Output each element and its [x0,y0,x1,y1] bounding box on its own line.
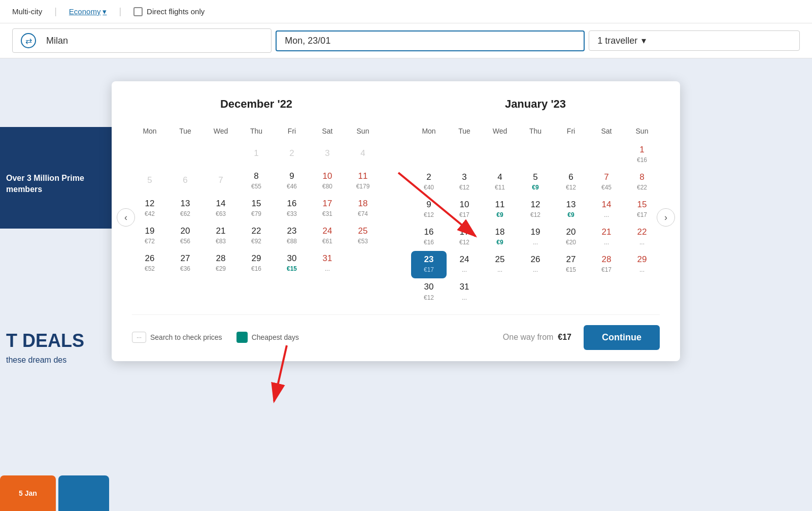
jan-day-19[interactable]: 19... [518,223,553,251]
economy-chevron: ▾ [103,7,107,16]
december-title: December '22 [132,98,381,111]
blue-badge[interactable] [58,475,109,511]
jan-empty-end [553,278,589,306]
dec-header-fri: Fri [274,123,310,141]
jan-day-7[interactable]: 7€45 [589,169,624,196]
origin-field[interactable]: ⇄ Milan [12,28,272,53]
jan-empty [411,141,447,169]
jan-day-6[interactable]: 6€12 [553,169,589,196]
dec-day-26[interactable]: 26€52 [132,250,167,277]
direct-flights-checkbox[interactable] [133,7,143,16]
dec-empty [167,141,203,168]
jan-day-2[interactable]: 2€40 [411,169,447,196]
dec-day-9[interactable]: 9€46 [274,168,310,195]
january-calendar: January '23 Mon Tue Wed Thu Fri Sat Sun … [411,98,660,306]
jan-badge[interactable]: 5 Jan [0,475,56,511]
jan-day-17[interactable]: 17€12 [447,223,482,251]
date-value: Mon, 23/01 [285,36,330,46]
direct-flights-option[interactable]: Direct flights only [133,7,205,16]
search-check-legend: ··· Search to check prices [132,332,222,343]
jan-day-3[interactable]: 3€12 [447,169,482,196]
dec-header-tue: Tue [167,123,203,141]
jan-day-16[interactable]: 16€16 [411,223,447,251]
traveller-chevron: ▾ [641,35,646,46]
january-grid: Mon Tue Wed Thu Fri Sat Sun 1€16 2€40 3€… [411,123,660,306]
dec-day-19[interactable]: 19€72 [132,222,167,250]
jan-day-15[interactable]: 15€17 [624,196,660,223]
jan-day-9[interactable]: 9€12 [411,196,447,223]
jan-day-13[interactable]: 13€9 [553,196,589,223]
jan-day-31[interactable]: 31... [447,278,482,306]
dec-day-30[interactable]: 30€15 [274,250,310,277]
dec-day-27[interactable]: 27€36 [167,250,203,277]
date-field[interactable]: Mon, 23/01 [276,30,585,51]
search-check-label: Search to check prices [150,333,222,341]
dec-header-sun: Sun [345,123,381,141]
jan-day-28[interactable]: 28€17 [589,251,624,278]
dec-day-22[interactable]: 22€92 [239,222,274,250]
dec-day-29[interactable]: 29€16 [239,250,274,277]
jan-day-20[interactable]: 20€20 [553,223,589,251]
jan-day-5[interactable]: 5€9 [518,169,553,196]
dec-empty [203,141,239,168]
next-month-button[interactable]: › [657,208,675,227]
jan-empty [482,141,518,169]
calendar-overlay: ‹ › December '22 Mon Tue Wed Thu Fri Sat… [112,81,680,361]
dec-header-wed: Wed [203,123,239,141]
jan-day-21[interactable]: 21... [589,223,624,251]
jan-day-26[interactable]: 26... [518,251,553,278]
jan-empty [447,141,482,169]
traveller-field[interactable]: 1 traveller ▾ [589,30,800,51]
dec-day-23[interactable]: 23€88 [274,222,310,250]
direct-flights-label: Direct flights only [147,7,205,16]
dec-day-1: 1 [239,141,274,168]
dec-day-10[interactable]: 10€80 [310,168,345,195]
dec-day-11[interactable]: 11€179 [345,168,381,195]
dec-header-sat: Sat [310,123,345,141]
cheapest-label: Cheapest days [252,333,299,341]
january-title: January '23 [411,98,660,111]
economy-dropdown[interactable]: Economy ▾ [69,7,107,16]
jan-day-22[interactable]: 22... [624,223,660,251]
dec-day-25[interactable]: 25€53 [345,222,381,250]
dec-day-7: 7 [203,168,239,195]
dec-empty [132,141,167,168]
jan-day-24[interactable]: 24... [447,251,482,278]
deals-sub: these dream des [0,356,112,365]
jan-day-4[interactable]: 4€11 [482,169,518,196]
dec-day-24[interactable]: 24€61 [310,222,345,250]
dec-day-31[interactable]: 31... [310,250,345,277]
one-way-price-text: One way from €17 [503,333,571,342]
jan-day-14[interactable]: 14... [589,196,624,223]
jan-day-27[interactable]: 27€15 [553,251,589,278]
jan-day-8[interactable]: 8€22 [624,169,660,196]
jan-day-23[interactable]: 23€17 [411,251,447,278]
dec-day-17[interactable]: 17€31 [310,195,345,222]
dec-day-16[interactable]: 16€33 [274,195,310,222]
legend-items: ··· Search to check prices Cheapest days [132,332,299,343]
dec-day-13[interactable]: 13€62 [167,195,203,222]
jan-day-25[interactable]: 25... [482,251,518,278]
jan-day-12[interactable]: 12€12 [518,196,553,223]
jan-day-11[interactable]: 11€9 [482,196,518,223]
prev-month-button[interactable]: ‹ [117,208,135,227]
dec-day-28[interactable]: 28€29 [203,250,239,277]
jan-day-30[interactable]: 30€12 [411,278,447,306]
jan-day-18[interactable]: 18€9 [482,223,518,251]
dec-day-8[interactable]: 8€55 [239,168,274,195]
dec-day-14[interactable]: 14€63 [203,195,239,222]
dec-day-15[interactable]: 15€79 [239,195,274,222]
jan-header-wed: Wed [482,123,518,141]
december-grid: Mon Tue Wed Thu Fri Sat Sun 1 2 3 4 5 6 … [132,123,381,277]
dec-day-18[interactable]: 18€74 [345,195,381,222]
continue-button[interactable]: Continue [584,325,660,350]
jan-day-1[interactable]: 1€16 [624,141,660,169]
one-way-price: €17 [558,333,571,341]
jan-day-29[interactable]: 29... [624,251,660,278]
dec-day-12[interactable]: 12€42 [132,195,167,222]
dec-header-thu: Thu [239,123,274,141]
dec-day-20[interactable]: 20€56 [167,222,203,250]
jan-day-10[interactable]: 10€17 [447,196,482,223]
swap-icon[interactable]: ⇄ [21,33,36,48]
dec-day-21[interactable]: 21€83 [203,222,239,250]
